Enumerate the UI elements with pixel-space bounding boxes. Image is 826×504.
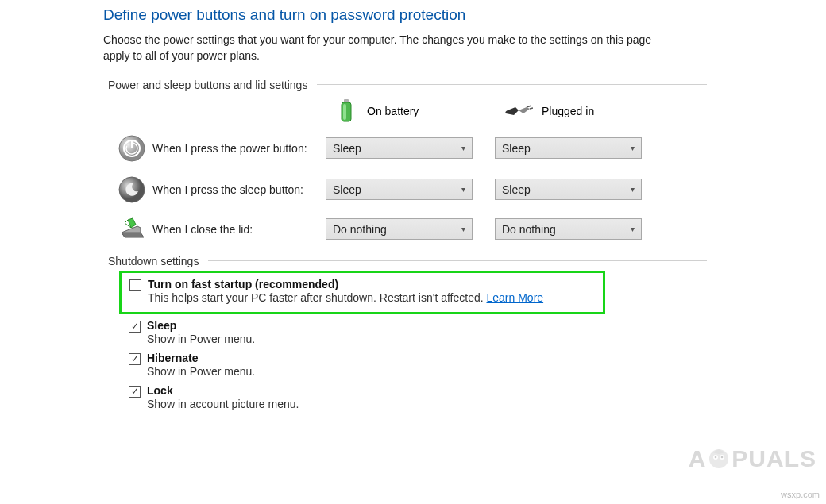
lid-icon: [116, 217, 148, 242]
site-watermark: wsxp.com: [781, 490, 820, 499]
learn-more-link[interactable]: Learn More: [487, 291, 544, 304]
sleep-button-battery-select[interactable]: Sleep ▾: [326, 179, 473, 200]
row-sleep-button: When I press the sleep button: Sleep ▾ S…: [116, 175, 699, 204]
chevron-down-icon: ▾: [461, 185, 465, 194]
select-value: Sleep: [502, 183, 531, 196]
hibernate-checkbox[interactable]: ✓: [129, 353, 141, 365]
svg-point-13: [715, 456, 717, 459]
fast-startup-checkbox[interactable]: [129, 279, 141, 291]
select-value: Do nothing: [502, 223, 556, 236]
battery-icon: [334, 99, 359, 123]
select-value: Sleep: [333, 142, 361, 155]
section-label: Shutdown settings: [108, 255, 199, 267]
hibernate-title: Hibernate: [147, 352, 255, 364]
sleep-option: ✓ Sleep Show in Power menu.: [129, 319, 699, 345]
page-title: Define power buttons and turn on passwor…: [103, 6, 699, 24]
svg-point-5: [119, 136, 145, 161]
chevron-down-icon: ▾: [631, 185, 635, 194]
section-power-buttons-title: Power and sleep buttons and lid settings: [108, 79, 699, 91]
svg-line-3: [527, 106, 531, 107]
hibernate-option: ✓ Hibernate Show in Power menu.: [129, 352, 699, 378]
desc-text: This helps start your PC faster after sh…: [148, 291, 487, 304]
fast-startup-option: Turn on fast startup (recommended) This …: [129, 278, 595, 304]
svg-rect-0: [344, 99, 349, 102]
brand-watermark: A PUALS: [689, 445, 816, 472]
section-label: Power and sleep buttons and lid settings: [108, 79, 307, 91]
row-power-button-label: When I press the power button:: [148, 142, 326, 155]
page-description: Choose the power settings that you want …: [103, 32, 675, 64]
chevron-down-icon: ▾: [631, 144, 635, 152]
lock-checkbox[interactable]: ✓: [129, 386, 141, 398]
row-close-lid-label: When I close the lid:: [148, 223, 326, 236]
sleep-checkbox[interactable]: ✓: [129, 321, 141, 333]
column-headers: On battery Plugged in: [334, 99, 699, 123]
brand-logo-icon: [708, 448, 730, 470]
plug-icon: [502, 102, 534, 120]
lock-option: ✓ Lock Show in account picture menu.: [129, 384, 699, 410]
fast-startup-desc: This helps start your PC faster after sh…: [148, 291, 543, 304]
select-value: Sleep: [333, 183, 361, 196]
plugged-in-header: Plugged in: [502, 102, 645, 120]
fast-startup-highlight: Turn on fast startup (recommended) This …: [119, 271, 605, 314]
row-power-button: When I press the power button: Sleep ▾ S…: [116, 134, 699, 163]
select-value: Do nothing: [333, 223, 387, 236]
svg-point-14: [721, 456, 724, 459]
lock-desc: Show in account picture menu.: [147, 398, 299, 410]
plugged-in-label: Plugged in: [542, 105, 594, 117]
on-battery-label: On battery: [367, 105, 419, 117]
on-battery-header: On battery: [334, 99, 477, 123]
row-sleep-button-label: When I press the sleep button:: [148, 183, 326, 196]
sleep-button-plugged-select[interactable]: Sleep ▾: [495, 179, 642, 200]
chevron-down-icon: ▾: [461, 144, 465, 152]
select-value: Sleep: [502, 142, 531, 155]
sleep-button-icon: [116, 175, 148, 204]
section-shutdown-title: Shutdown settings: [108, 255, 699, 267]
lock-title: Lock: [147, 384, 299, 397]
lid-plugged-select[interactable]: Do nothing ▾: [495, 218, 642, 240]
brand-text-a: A: [689, 445, 707, 472]
sleep-desc: Show in Power menu.: [147, 333, 255, 345]
svg-rect-2: [343, 104, 346, 120]
chevron-down-icon: ▾: [461, 225, 465, 233]
svg-line-4: [530, 108, 533, 109]
fast-startup-title: Turn on fast startup (recommended): [148, 278, 543, 290]
sleep-title: Sleep: [147, 319, 255, 332]
hibernate-desc: Show in Power menu.: [147, 365, 255, 378]
lid-battery-select[interactable]: Do nothing ▾: [326, 218, 473, 240]
row-close-lid: When I close the lid: Do nothing ▾ Do no…: [116, 217, 699, 242]
power-button-icon: [116, 134, 148, 163]
chevron-down-icon: ▾: [631, 225, 635, 233]
power-button-plugged-select[interactable]: Sleep ▾: [495, 137, 642, 159]
power-button-battery-select[interactable]: Sleep ▾: [326, 137, 473, 159]
brand-text-b: PUALS: [731, 445, 816, 472]
